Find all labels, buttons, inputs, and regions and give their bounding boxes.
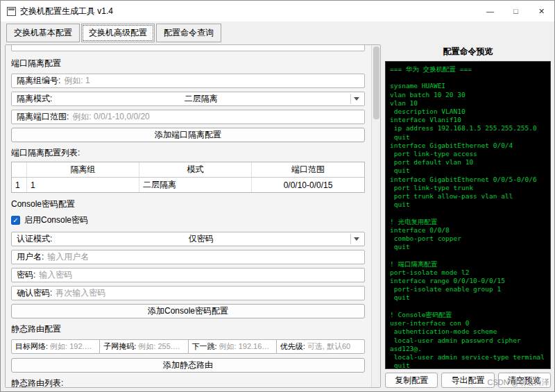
username-label: 用户名: — [17, 251, 44, 263]
table-cell: 0/0/10-0/0/15 — [252, 178, 364, 192]
route-target-input[interactable]: 目标网络: 例如: 192.168.1.0 — [11, 339, 100, 354]
form-scroll-area: 端口隔离配置 隔离组编号: 例如: 1 隔离模式: 二层隔离 隔离端口范围: 例… — [5, 44, 381, 388]
preview-panel: 配置命令预览 === 华为 交换机配置 === sysname HUAWEIvl… — [385, 44, 551, 388]
minimize-icon[interactable]: — — [477, 1, 503, 22]
route-mask-input[interactable]: 子网掩码: 例如: 255.255.25... — [99, 339, 188, 354]
vertical-scrollbar[interactable] — [371, 45, 380, 387]
terminal-line: authentication-mode scheme — [390, 327, 546, 336]
enable-console-password-label: 启用Console密码 — [24, 214, 88, 226]
scrollbar-thumb[interactable] — [373, 46, 379, 119]
export-config-button[interactable]: 导出配置 — [441, 373, 494, 388]
terminal-line: interface GigabitEthernet 0/0/5-0/0/6 — [390, 176, 546, 184]
route-nexthop-label: 下一跳: — [192, 341, 217, 352]
auth-mode-label: 认证模式: — [17, 233, 52, 245]
password-input[interactable]: 密码: 输入密码 — [11, 268, 365, 282]
password-label: 密码: — [17, 269, 35, 281]
add-static-route-button[interactable]: 添加静态路由 — [11, 358, 365, 373]
app-icon — [7, 7, 16, 16]
terminal-line: interface GigabitEthernet 0/0/4 — [390, 142, 546, 150]
tab-2[interactable]: 交换机高级配置 — [81, 24, 155, 42]
terminal-line: port link-type trunk — [390, 184, 546, 192]
add-console-password-button[interactable]: 添加Console密码配置 — [11, 304, 365, 318]
isolation-mode-value: 二层隔离 — [56, 93, 346, 105]
route-mask-placeholder: 例如: 255.255.25... — [138, 341, 184, 352]
window-title: 交换机配置生成工具 v1.4 — [20, 6, 113, 17]
terminal-line: local-user admin service-type terminal — [390, 353, 546, 361]
copy-config-button[interactable]: 复制配置 — [385, 373, 438, 388]
maximize-icon[interactable]: □ — [503, 1, 529, 22]
terminal-line: port default vlan 10 — [390, 158, 546, 167]
main-area: 端口隔离配置 隔离组编号: 例如: 1 隔离模式: 二层隔离 隔离端口范围: 例… — [1, 42, 554, 391]
clear-preview-button[interactable]: 清空预览 — [498, 373, 551, 388]
auth-mode-select[interactable]: 认证模式: 仅密码 — [11, 232, 365, 246]
app-window: 交换机配置生成工具 v1.4 — □ ✕ 交换机基本配置交换机高级配置配置命令查… — [0, 0, 555, 392]
confirm-password-placeholder: 再次输入密码 — [56, 287, 105, 299]
table-row[interactable]: 11二层隔离0/0/10-0/0/15 — [12, 178, 364, 192]
terminal-line: quit — [390, 201, 546, 209]
tab-3[interactable]: 配置命令查询 — [156, 24, 221, 42]
enable-console-password-row: ✓ 启用Console密码 — [11, 214, 365, 226]
terminal-line: local-user admin password cipher — [390, 336, 546, 345]
terminal-line: sysname HUAWEI — [390, 82, 546, 90]
terminal-line: port-isolate mode l2 — [390, 269, 546, 277]
terminal-line: port-isolate enable group 1 — [390, 285, 546, 293]
isolation-range-input[interactable]: 隔离端口范围: 例如: 0/0/1-10,0/0/20 — [11, 110, 365, 124]
form-content: 端口隔离配置 隔离组编号: 例如: 1 隔离模式: 二层隔离 隔离端口范围: 例… — [6, 45, 371, 387]
tab-1[interactable]: 交换机基本配置 — [6, 24, 80, 42]
terminal-line: quit — [390, 293, 546, 302]
add-port-isolation-button[interactable]: 添加端口隔离配置 — [11, 128, 365, 142]
enable-console-password-checkbox[interactable]: ✓ — [11, 216, 20, 225]
route-target-label: 目标网络: — [15, 341, 48, 352]
route-priority-input[interactable]: 优先级: 可选, 默认60 — [276, 339, 365, 354]
username-input[interactable]: 用户名: 输入用户名 — [11, 250, 365, 264]
terminal-output[interactable]: === 华为 交换机配置 === sysname HUAWEIvlan batc… — [385, 61, 551, 369]
terminal-line — [390, 209, 546, 217]
confirm-password-label: 确认密码: — [17, 287, 52, 299]
isolation-list-label: 端口隔离配置列表: — [11, 147, 365, 159]
terminal-line: port link-type access — [390, 150, 546, 158]
auth-mode-value: 仅密码 — [56, 233, 346, 245]
route-list-label: 静态路由列表: — [11, 377, 365, 387]
section-title-console: Console密码配置 — [11, 198, 365, 210]
isolation-group-label: 隔离组编号: — [17, 75, 60, 87]
terminal-line: user-interface con 0 — [390, 319, 546, 327]
combo-divider — [350, 94, 351, 104]
window-controls: — □ ✕ — [477, 1, 554, 22]
terminal-line: interface 0/0/8 — [390, 226, 546, 235]
titlebar: 交换机配置生成工具 v1.4 — □ ✕ — [1, 1, 554, 22]
section-title-static-route: 静态路由配置 — [11, 323, 365, 335]
terminal-line: port trunk allow-pass vlan all — [390, 192, 546, 201]
clipped-input-top[interactable] — [11, 45, 365, 51]
terminal-line: ! 光电复用配置 — [390, 218, 546, 226]
row-number-header — [12, 162, 27, 177]
column-header[interactable]: 隔离组 — [27, 162, 139, 177]
terminal-line: ! Console密码配置 — [390, 311, 546, 319]
isolation-range-placeholder: 例如: 0/0/1-10,0/0/20 — [72, 111, 149, 123]
terminal-line: quit — [390, 167, 546, 175]
combo-divider — [350, 234, 351, 244]
terminal-line: quit — [390, 133, 546, 142]
close-icon[interactable]: ✕ — [529, 1, 554, 22]
terminal-line: quit — [390, 361, 546, 369]
confirm-password-input[interactable]: 确认密码: 再次输入密码 — [11, 286, 365, 300]
isolation-mode-select[interactable]: 隔离模式: 二层隔离 — [11, 92, 365, 106]
terminal-line — [390, 302, 546, 311]
terminal-line: vlan batch 10 20 30 — [390, 91, 546, 99]
terminal-line — [390, 251, 546, 259]
table-cell: 1 — [27, 178, 139, 192]
route-nexthop-input[interactable]: 下一跳: 例如: 192.168.1.1 — [188, 339, 277, 354]
isolation-group-input[interactable]: 隔离组编号: 例如: 1 — [11, 74, 365, 88]
column-header[interactable]: 端口范围 — [252, 162, 364, 177]
route-nexthop-placeholder: 例如: 192.168.1.1 — [219, 341, 273, 352]
route-priority-placeholder: 可选, 默认60 — [307, 341, 350, 352]
terminal-line: ip address 192.168.1.5 255.255.255.0 — [390, 124, 546, 133]
terminal-line: asd123@. — [390, 345, 546, 353]
terminal-line: vlan 10 — [390, 99, 546, 108]
row-number: 1 — [12, 178, 27, 192]
route-priority-label: 优先级: — [280, 341, 305, 352]
terminal-line: description VLAN10 — [390, 108, 546, 116]
terminal-line — [390, 74, 546, 82]
preview-title: 配置命令预览 — [385, 44, 551, 61]
column-header[interactable]: 模式 — [139, 162, 252, 177]
section-title-port-isolation: 端口隔离配置 — [11, 58, 365, 69]
